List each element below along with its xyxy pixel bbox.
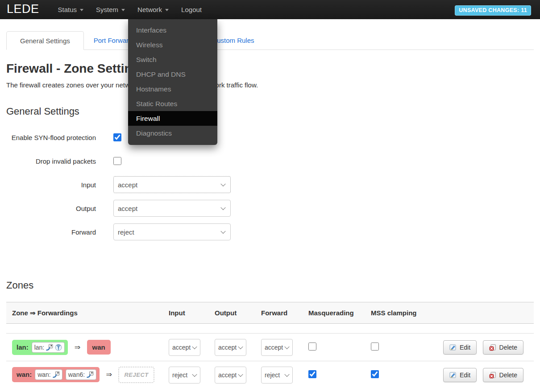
wan-input-select[interactable]: reject	[169, 367, 200, 384]
lan-input-value: accept	[172, 344, 191, 351]
menu-item-dhcp-dns[interactable]: DHCP and DNS	[128, 67, 217, 82]
menu-item-hostnames[interactable]: Hostnames	[128, 82, 217, 96]
edit-icon	[449, 371, 457, 379]
field-syn-flood: Enable SYN-flood protection	[6, 129, 534, 146]
col-output: Output	[215, 302, 261, 324]
nav-status[interactable]: Status	[52, 0, 90, 19]
wireless-icon	[55, 344, 62, 351]
edit-button-label: Edit	[460, 371, 470, 379]
wan-delete-button[interactable]: Delete	[483, 368, 523, 382]
edit-button-label: Edit	[460, 344, 470, 351]
wan-network-label: wan:	[37, 371, 51, 378]
col-actions	[440, 302, 534, 324]
drop-invalid-label: Drop invalid packets	[6, 157, 107, 165]
nav-system[interactable]: System	[90, 0, 131, 19]
ethernet-icon	[46, 344, 53, 351]
input-select-value: accept	[118, 181, 137, 189]
lan-forward-select[interactable]: accept	[261, 339, 293, 356]
wan-zone-name: wan:	[15, 371, 32, 378]
menu-item-firewall[interactable]: Firewall	[128, 111, 217, 126]
input-select[interactable]: accept	[113, 176, 231, 193]
output-select[interactable]: accept	[113, 200, 231, 217]
general-settings-heading: General Settings	[6, 106, 534, 117]
field-output: Output accept	[6, 200, 534, 217]
forward-label: Forward	[6, 228, 107, 236]
caret-down-icon	[165, 9, 169, 11]
delete-icon	[489, 344, 496, 351]
lan-input-select[interactable]: accept	[169, 339, 200, 356]
wan6-network-label: wan6:	[68, 371, 85, 378]
wan-output-select[interactable]: accept	[215, 367, 246, 384]
delete-button-label: Delete	[499, 344, 517, 351]
lan-delete-button[interactable]: Delete	[483, 340, 523, 355]
lan-output-value: accept	[218, 344, 237, 351]
chevron-down-icon	[238, 371, 243, 376]
col-zone-forwardings: Zone ⇒ Forwardings	[6, 302, 169, 324]
delete-icon	[489, 371, 496, 379]
col-forward: Forward	[261, 302, 308, 324]
field-drop-invalid: Drop invalid packets	[6, 153, 534, 169]
caret-down-icon	[121, 9, 125, 11]
lan-masquerading-checkbox[interactable]	[308, 342, 316, 351]
zones-table: Zone ⇒ Forwardings Input Output Forward …	[6, 302, 534, 389]
wan-forward-select[interactable]: reject	[261, 367, 293, 384]
wan-masquerading-checkbox[interactable]	[308, 370, 316, 378]
zone-row-wan: wan: wan: wan6:	[6, 361, 534, 389]
menu-item-wireless[interactable]: Wireless	[128, 37, 217, 52]
drop-invalid-checkbox[interactable]	[113, 157, 121, 165]
nav-logout[interactable]: Logout	[175, 0, 208, 19]
col-mss-clamping: MSS clamping	[371, 302, 440, 324]
lan-output-select[interactable]: accept	[215, 339, 246, 356]
chevron-down-icon	[284, 371, 289, 376]
edit-icon	[449, 344, 457, 351]
chevron-down-icon	[220, 205, 225, 210]
lan-edit-button[interactable]: Edit	[443, 340, 477, 355]
nav-network-label: Network	[137, 6, 162, 13]
unsaved-changes-badge[interactable]: UNSAVED CHANGES: 11	[455, 5, 531, 16]
lan-network-box: lan:	[32, 342, 65, 353]
input-label: Input	[6, 181, 107, 189]
wan-forward-value: reject	[265, 371, 280, 379]
zone-row-lan: lan: lan:	[6, 334, 534, 361]
col-input: Input	[169, 302, 215, 324]
forwarding-arrow: ⇒	[75, 343, 80, 351]
menu-item-switch[interactable]: Switch	[128, 52, 217, 67]
firewall-tabs: General Settings Port Forwards Traffic R…	[6, 31, 534, 50]
menu-item-interfaces[interactable]: Interfaces	[128, 23, 217, 37]
forward-select-value: reject	[118, 228, 134, 236]
col-masquerading: Masquerading	[308, 302, 371, 324]
chevron-down-icon	[238, 344, 243, 349]
wan-mss-clamping-checkbox[interactable]	[371, 370, 379, 378]
chevron-down-icon	[192, 344, 197, 349]
lan-network-label: lan:	[34, 344, 45, 351]
page-title: Firewall - Zone Settings	[6, 62, 534, 76]
nav-network[interactable]: Network	[131, 0, 175, 19]
menu-item-static-routes[interactable]: Static Routes	[128, 96, 217, 111]
top-navbar: LEDE Status System Network Logout UNSAVE…	[0, 0, 540, 19]
tab-general-settings[interactable]: General Settings	[6, 31, 84, 50]
wan-output-value: accept	[218, 371, 237, 379]
menu-item-diagnostics[interactable]: Diagnostics	[128, 126, 217, 140]
wan6-network-box: wan6:	[66, 369, 96, 380]
field-input: Input accept	[6, 176, 534, 193]
nav-system-label: System	[96, 6, 118, 13]
field-forward: Forward reject	[6, 223, 534, 240]
app-logo: LEDE	[7, 2, 39, 16]
lan-mss-clamping-checkbox[interactable]	[371, 342, 379, 351]
forwarding-arrow: ⇒	[106, 371, 112, 378]
lan-zone-badge: lan: lan:	[12, 340, 68, 355]
chevron-down-icon	[220, 182, 225, 186]
lan-dest-wan-badge: wan	[87, 340, 111, 355]
wan-dest-reject-box: REJECT	[118, 367, 154, 383]
chevron-down-icon	[192, 371, 197, 376]
forward-select[interactable]: reject	[113, 223, 231, 240]
chevron-down-icon	[220, 229, 225, 234]
wan-edit-button[interactable]: Edit	[443, 368, 477, 382]
zones-heading: Zones	[6, 280, 534, 291]
page-description: The firewall creates zones over your net…	[6, 81, 534, 89]
syn-flood-checkbox[interactable]	[113, 133, 121, 141]
wan-network-box: wan:	[35, 369, 62, 380]
main-nav: Status System Network Logout	[52, 0, 208, 19]
zones-header-row: Zone ⇒ Forwardings Input Output Forward …	[6, 302, 534, 324]
chevron-down-icon	[284, 344, 289, 349]
